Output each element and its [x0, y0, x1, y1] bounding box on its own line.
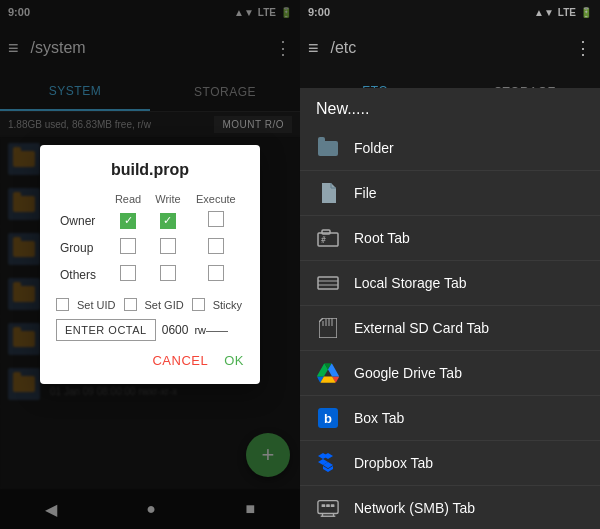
svg-rect-3	[318, 277, 338, 289]
menu-item-dropbox-tab[interactable]: Dropbox Tab	[300, 441, 600, 486]
menu-item-folder[interactable]: Folder	[300, 126, 600, 171]
right-panel: 9:00 ▲▼ LTE 🔋 ≡ /etc ⋮ ETC STORAGE event…	[300, 0, 600, 529]
checkbox-group-write[interactable]	[160, 238, 176, 254]
dialog-title: build.prop	[56, 161, 244, 179]
octal-rw: rw——	[194, 324, 228, 336]
context-menu-overlay: New..... Folder File	[300, 0, 600, 529]
checkbox-group-read[interactable]	[120, 238, 136, 254]
file-icon	[316, 181, 340, 205]
set-gid-label: Set GID	[145, 299, 184, 311]
svg-rect-14	[322, 504, 326, 507]
enter-octal-button[interactable]: ENTER OCTAL	[56, 319, 156, 341]
menu-item-sd-card-tab[interactable]: External SD Card Tab	[300, 306, 600, 351]
dialog-actions: CANCEL OK	[56, 353, 244, 368]
left-panel: 9:00 ▲▼ LTE 🔋 ≡ /system ⋮ SYSTEM STORAGE…	[0, 0, 300, 529]
perm-others-write[interactable]	[148, 261, 187, 288]
checkbox-set-uid[interactable]	[56, 298, 69, 311]
perm-label-others: Others	[56, 261, 108, 288]
perm-owner-execute[interactable]	[188, 207, 244, 234]
menu-item-file[interactable]: File	[300, 171, 600, 216]
col-read: Read	[108, 191, 148, 207]
menu-label-sd-card-tab: External SD Card Tab	[354, 320, 489, 336]
checkbox-owner-write[interactable]: ✓	[160, 213, 176, 229]
context-menu: New..... Folder File	[300, 88, 600, 529]
sticky-label: Sticky	[213, 299, 242, 311]
menu-label-smb-tab: Network (SMB) Tab	[354, 500, 475, 516]
col-execute: Execute	[188, 191, 244, 207]
perm-others-read[interactable]	[108, 261, 148, 288]
menu-label-file: File	[354, 185, 377, 201]
col-label	[56, 191, 108, 207]
local-storage-icon	[316, 271, 340, 295]
perm-owner-read[interactable]: ✓	[108, 207, 148, 234]
menu-label-box-tab: Box Tab	[354, 410, 404, 426]
box-icon: b	[316, 406, 340, 430]
set-uid-label: Set UID	[77, 299, 116, 311]
checkbox-set-gid[interactable]	[124, 298, 137, 311]
ok-button[interactable]: OK	[224, 353, 244, 368]
perm-group-execute[interactable]	[188, 234, 244, 261]
menu-item-google-drive-tab[interactable]: Google Drive Tab	[300, 351, 600, 396]
svg-rect-1	[322, 230, 330, 234]
cancel-button[interactable]: CANCEL	[152, 353, 208, 368]
checkbox-owner-execute[interactable]	[208, 211, 224, 227]
menu-label-google-drive-tab: Google Drive Tab	[354, 365, 462, 381]
perm-group-read[interactable]	[108, 234, 148, 261]
dropbox-icon	[316, 451, 340, 475]
octal-row: ENTER OCTAL 0600 rw——	[56, 319, 244, 341]
perm-label-group: Group	[56, 234, 108, 261]
permissions-dialog: build.prop Read Write Execute Owner ✓ ✓	[40, 145, 260, 384]
menu-label-dropbox-tab: Dropbox Tab	[354, 455, 433, 471]
table-row: Others	[56, 261, 244, 288]
sd-card-icon	[316, 316, 340, 340]
dialog-overlay: build.prop Read Write Execute Owner ✓ ✓	[0, 0, 300, 529]
svg-rect-16	[331, 504, 335, 507]
menu-label-root-tab: Root Tab	[354, 230, 410, 246]
folder-icon	[316, 136, 340, 160]
perm-others-execute[interactable]	[188, 261, 244, 288]
context-menu-header: New.....	[300, 88, 600, 126]
menu-label-local-storage-tab: Local Storage Tab	[354, 275, 467, 291]
perm-label-owner: Owner	[56, 207, 108, 234]
checkbox-others-write[interactable]	[160, 265, 176, 281]
menu-item-smb-tab[interactable]: Network (SMB) Tab	[300, 486, 600, 529]
uid-row: Set UID Set GID Sticky	[56, 298, 244, 311]
perm-group-write[interactable]	[148, 234, 187, 261]
menu-item-root-tab[interactable]: # Root Tab	[300, 216, 600, 261]
table-row: Group	[56, 234, 244, 261]
checkbox-owner-read[interactable]: ✓	[120, 213, 136, 229]
permissions-table: Read Write Execute Owner ✓ ✓ Group	[56, 191, 244, 288]
menu-item-local-storage-tab[interactable]: Local Storage Tab	[300, 261, 600, 306]
octal-value: 0600	[162, 323, 189, 337]
menu-item-box-tab[interactable]: b Box Tab	[300, 396, 600, 441]
svg-text:#: #	[321, 236, 326, 245]
perm-owner-write[interactable]: ✓	[148, 207, 187, 234]
root-tab-icon: #	[316, 226, 340, 250]
svg-rect-15	[326, 504, 330, 507]
google-drive-icon	[316, 361, 340, 385]
checkbox-others-execute[interactable]	[208, 265, 224, 281]
menu-label-folder: Folder	[354, 140, 394, 156]
checkbox-others-read[interactable]	[120, 265, 136, 281]
checkbox-sticky[interactable]	[192, 298, 205, 311]
col-write: Write	[148, 191, 187, 207]
smb-icon	[316, 496, 340, 520]
table-row: Owner ✓ ✓	[56, 207, 244, 234]
checkbox-group-execute[interactable]	[208, 238, 224, 254]
